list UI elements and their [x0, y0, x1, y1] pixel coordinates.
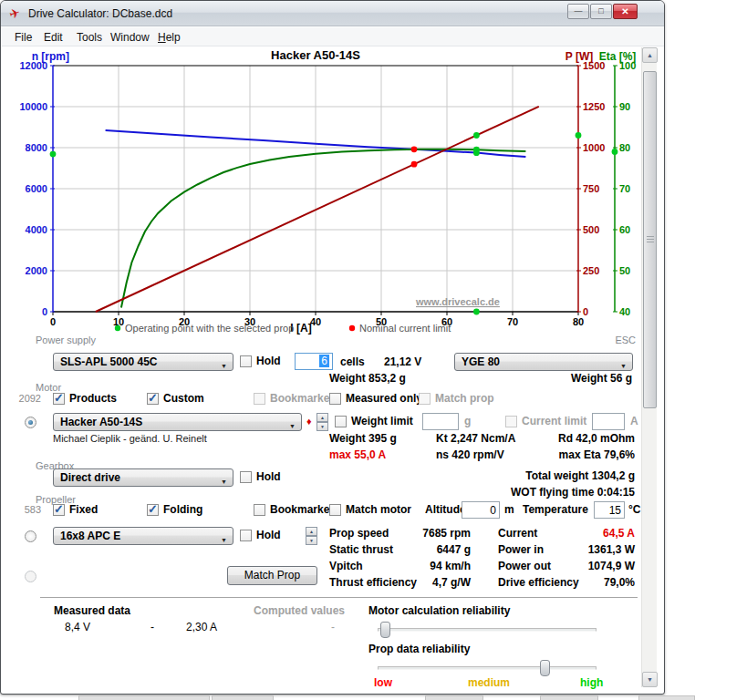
motor-dropdown[interactable]: Hacker A50-14S ▼ — [53, 413, 302, 431]
prop-filter-bookmarked-checkbox[interactable]: ✓ — [254, 504, 265, 516]
spinner-down-icon[interactable]: ▼ — [306, 536, 317, 545]
motor-reliability-slider[interactable] — [378, 628, 597, 632]
result-label: Static thrust — [329, 543, 393, 556]
vertical-scrollbar[interactable]: ▲ ▼ — [641, 47, 657, 687]
cells-input[interactable]: 6 — [295, 353, 333, 370]
measured-data-title: Measured data — [54, 604, 130, 617]
altitude-input[interactable] — [462, 501, 500, 519]
background-taskbar-fragment — [425, 695, 483, 700]
spinner-up-icon[interactable]: ▲ — [316, 413, 328, 422]
background-taskbar-fragment — [212, 695, 274, 700]
scrollbar-thumb[interactable] — [643, 71, 657, 408]
svg-text:0: 0 — [583, 306, 588, 317]
dropdown-arrow-icon: ▼ — [289, 418, 296, 431]
svg-text:1250: 1250 — [583, 101, 605, 112]
result-label: Thrust efficiency — [329, 576, 417, 589]
menu-help[interactable]: Help — [154, 30, 184, 45]
svg-text:Operating point with the selec: Operating point with the selected prop — [125, 323, 294, 334]
motor-spinner[interactable]: ▲ ▼ — [316, 413, 328, 431]
match-prop-radio[interactable] — [25, 571, 36, 582]
background-taskbar-fragment — [540, 695, 598, 700]
temperature-input[interactable] — [594, 501, 625, 519]
measured-voltage: 8,4 V — [65, 621, 90, 633]
maximize-button[interactable]: □ — [590, 4, 612, 19]
close-button[interactable]: ✕ — [613, 4, 638, 19]
prop-reliability-slider[interactable] — [378, 666, 597, 670]
app-window: ✈ Drive Calculator: DCbase.dcd — □ ✕ Fil… — [0, 0, 665, 695]
result-label: Vpitch — [329, 560, 363, 572]
propeller-count: 583 — [16, 504, 41, 515]
weight-limit-checkbox[interactable]: ✓ — [335, 416, 347, 427]
prop-filter-fixed-checkbox[interactable]: ✓ — [53, 504, 65, 516]
motor-rd: Rd 42,0 mOhm — [525, 432, 635, 445]
propeller-hold-checkbox[interactable]: ✓ — [240, 530, 252, 541]
motor-max-eta: max Eta 79,6% — [525, 448, 635, 461]
motor-filter-custom-checkbox[interactable]: ✓ — [147, 393, 159, 405]
motor-filter-custom-label: Custom — [163, 392, 204, 405]
menu-edit[interactable]: Edit — [40, 30, 67, 45]
match-prop-button[interactable]: Match Prop — [227, 566, 317, 585]
prop-filter-match-motor-checkbox[interactable]: ✓ — [329, 504, 341, 516]
menu-bar: File Edit Tools Window Help — [2, 27, 664, 46]
current-limit-checkbox[interactable]: ✓ — [505, 416, 517, 427]
svg-text:0: 0 — [50, 316, 56, 327]
result-value: 1361,3 W — [562, 543, 635, 556]
dropdown-arrow-icon: ▼ — [221, 474, 227, 487]
menu-tools[interactable]: Tools — [73, 30, 106, 45]
motor-filter-match-prop-label: Match prop — [435, 392, 494, 405]
gearbox-dropdown[interactable]: Direct drive ▼ — [53, 468, 233, 487]
menu-window[interactable]: Window — [107, 30, 153, 45]
motor-ns: ns 420 rpm/V — [436, 448, 504, 461]
scroll-down-button[interactable]: ▼ — [642, 672, 658, 687]
power-supply-selected: SLS-APL 5000 45C — [60, 355, 158, 368]
result-value: 4,7 g/W — [407, 576, 471, 589]
minimize-button[interactable]: — — [567, 4, 589, 19]
minimize-icon: — — [575, 6, 583, 15]
prop-reliability-slider-thumb[interactable] — [540, 660, 550, 676]
propeller-dropdown[interactable]: 16x8 APC E ▼ — [53, 527, 233, 545]
power-supply-dropdown[interactable]: SLS-APL 5000 45C ▼ — [53, 353, 233, 371]
prop-filter-folding-checkbox[interactable]: ✓ — [147, 504, 159, 516]
prop-filter-bookmarked-label: Bookmarked — [270, 503, 337, 516]
scroll-up-button[interactable]: ▲ — [642, 47, 658, 63]
cells-label: cells — [340, 355, 365, 368]
esc-dropdown[interactable]: YGE 80 ▼ — [454, 353, 633, 371]
power-supply-hold-checkbox[interactable]: ✓ — [240, 355, 252, 367]
gearbox-hold-label: Hold — [256, 470, 281, 483]
motor-filter-bookmarked-label: Bookmarked — [270, 392, 337, 405]
motor-select-radio[interactable] — [25, 417, 36, 428]
spinner-up-icon[interactable]: ▲ — [306, 527, 317, 536]
svg-text:P [W]: P [W] — [565, 50, 593, 63]
motor-filter-products-checkbox[interactable]: ✓ — [53, 393, 65, 405]
motor-filter-measured-only-label: Measured only — [346, 392, 422, 405]
weight-limit-input[interactable] — [422, 413, 459, 430]
motor-filter-bookmarked-checkbox[interactable]: ✓ — [254, 393, 265, 405]
reliability-low-label: low — [374, 676, 392, 689]
result-label: Power in — [498, 543, 544, 556]
current-limit-label: Current limit — [522, 415, 586, 427]
check-icon: ✓ — [148, 391, 158, 405]
spinner-down-icon[interactable]: ▼ — [316, 422, 328, 431]
temperature-label: Temperature — [523, 503, 588, 516]
check-icon: ✓ — [148, 502, 158, 516]
svg-text:Eta [%]: Eta [%] — [599, 50, 637, 63]
motor-filter-measured-only-checkbox[interactable]: ✓ — [329, 393, 341, 405]
propeller-spinner[interactable]: ▲ ▼ — [306, 527, 317, 545]
title-bar[interactable]: ✈ Drive Calculator: DCbase.dcd — □ ✕ — [1, 1, 664, 26]
current-limit-input[interactable] — [592, 413, 625, 430]
client-area: 0102030405060708002000400060008000100001… — [2, 47, 641, 687]
power-supply-hold-label: Hold — [256, 355, 281, 367]
motor-reliability-slider-thumb[interactable] — [380, 622, 390, 638]
svg-text:80: 80 — [573, 316, 584, 327]
menu-file[interactable]: File — [11, 30, 36, 45]
current-limit-diamond-icon: ♦ — [306, 416, 312, 427]
result-value: 6447 g — [407, 543, 471, 556]
svg-text:n [rpm]: n [rpm] — [32, 50, 69, 63]
motor-count: 2092 — [16, 393, 41, 404]
weight-limit-label: Weight limit — [351, 415, 413, 427]
screen: ✈ Drive Calculator: DCbase.dcd — □ ✕ Fil… — [0, 0, 747, 700]
propeller-select-radio[interactable] — [25, 530, 36, 542]
altitude-label: Altitude — [425, 503, 466, 516]
gearbox-hold-checkbox[interactable]: ✓ — [240, 471, 252, 483]
motor-filter-match-prop-checkbox[interactable]: ✓ — [419, 393, 431, 405]
